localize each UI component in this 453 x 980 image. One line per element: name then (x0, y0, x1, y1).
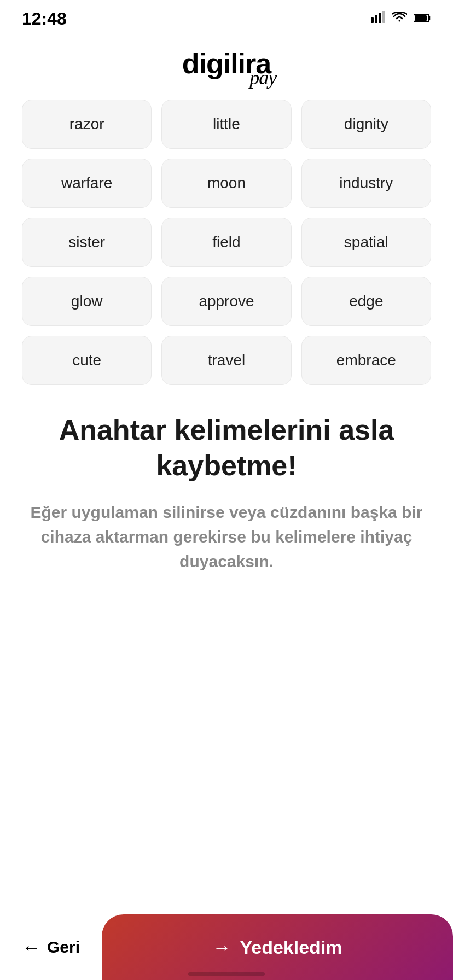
logo: digilira pay (182, 49, 271, 78)
word-chip-12: edge (301, 277, 431, 326)
status-bar: 12:48 (0, 0, 453, 33)
main-content: digilira pay razorlittledignitywarfaremo… (0, 33, 453, 672)
word-chip-9: spatial (301, 218, 431, 267)
save-button[interactable]: → Yedekledim (102, 914, 453, 980)
back-button[interactable]: ← Geri (0, 914, 102, 980)
svg-rect-3 (382, 11, 385, 23)
battery-icon (414, 11, 431, 26)
words-grid: razorlittledignitywarfaremoonindustrysis… (0, 100, 453, 385)
word-chip-1: razor (22, 100, 152, 149)
back-arrow-icon: ← (22, 937, 40, 958)
status-icons (371, 11, 431, 26)
word-chip-6: industry (301, 159, 431, 208)
back-label: Geri (47, 938, 80, 956)
main-title: Anahtar kelimelerini asla kaybetme! (0, 412, 453, 483)
wifi-icon (392, 11, 407, 26)
word-chip-15: embrace (301, 336, 431, 385)
word-chip-5: moon (161, 159, 291, 208)
save-arrow-icon: → (212, 937, 231, 958)
svg-rect-2 (379, 13, 381, 23)
word-chip-4: warfare (22, 159, 152, 208)
word-chip-11: approve (161, 277, 291, 326)
svg-rect-5 (415, 15, 427, 21)
save-label: Yedekledim (240, 937, 342, 958)
svg-rect-1 (375, 15, 378, 23)
word-chip-3: dignity (301, 100, 431, 149)
word-chip-7: sister (22, 218, 152, 267)
logo-container: digilira pay (0, 33, 453, 100)
word-chip-10: glow (22, 277, 152, 326)
svg-rect-0 (371, 18, 374, 23)
signal-icon (371, 11, 385, 26)
bottom-bar: ← Geri → Yedekledim (0, 914, 453, 980)
subtitle: Eğer uygulaman silinirse veya cüzdanını … (0, 500, 453, 574)
home-indicator (188, 972, 265, 976)
word-chip-2: little (161, 100, 291, 149)
word-chip-14: travel (161, 336, 291, 385)
word-chip-13: cute (22, 336, 152, 385)
word-chip-8: field (161, 218, 291, 267)
logo-pay: pay (249, 68, 276, 88)
status-time: 12:48 (22, 9, 67, 29)
